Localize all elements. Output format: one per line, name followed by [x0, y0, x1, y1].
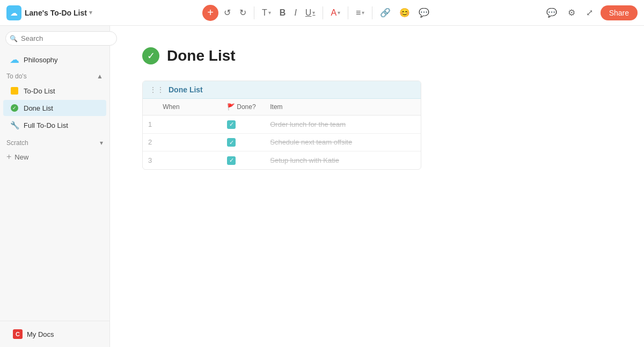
divider-4: [372, 6, 372, 19]
scratch-section: Scratch ▾ + New: [0, 134, 109, 166]
row-num-3: 3: [143, 151, 157, 169]
scratch-header[interactable]: Scratch ▾: [0, 136, 109, 150]
sidebar-item-donelist[interactable]: ✓ Done List: [3, 100, 106, 116]
emoji-button[interactable]: 😊: [396, 5, 413, 20]
donelist-label: Done List: [24, 104, 53, 112]
row-item-1: Order lunch for the team: [265, 115, 421, 134]
divider-2: [323, 6, 323, 19]
color-button[interactable]: A ▾: [327, 6, 343, 20]
search-input[interactable]: [5, 31, 117, 46]
row-done-3[interactable]: ✓: [222, 151, 265, 169]
sidebar: 🔍 « ☁ Philosophy To do's ▲ To-Do List ✓: [0, 26, 110, 347]
comments-button[interactable]: 💬: [543, 5, 560, 20]
table-header: When 🚩 Done? Item: [143, 99, 421, 115]
align-button[interactable]: ≡ ▾: [353, 6, 368, 20]
comment-inline-button[interactable]: 💬: [415, 5, 433, 20]
toolbar-center: + ↺ ↻ T ▾ B I U ▾ A ▾ ≡ ▾ 🔗 😊 💬: [97, 5, 539, 21]
table-row: 2 ✓ Schedule next team offsite: [143, 133, 421, 151]
table-container: ⋮⋮ Done List When 🚩 Done?: [142, 81, 421, 170]
fulltodolist-label: Full To-Do List: [24, 121, 68, 129]
drag-handle-icon[interactable]: ⋮⋮: [149, 85, 164, 94]
row-done-1[interactable]: ✓: [222, 115, 265, 134]
sidebar-item-fulltodolist[interactable]: 🔧 Full To-Do List: [3, 117, 106, 133]
underline-button[interactable]: U ▾: [302, 6, 319, 20]
col-done-header: 🚩 Done?: [222, 99, 265, 115]
italic-button[interactable]: I: [291, 6, 299, 20]
todos-section-header: To do's ▲: [0, 68, 109, 82]
main-layout: 🔍 « ☁ Philosophy To do's ▲ To-Do List ✓: [0, 26, 644, 347]
fulltodo-icon: 🔧: [10, 120, 19, 130]
done-table: When 🚩 Done? Item: [143, 99, 421, 169]
scratch-section-label: Scratch: [6, 139, 28, 147]
table-row: 3 ✓ Setup lunch with Katie: [143, 151, 421, 169]
row-when-2: [157, 133, 222, 151]
donelist-icon: ✓: [10, 103, 19, 113]
cloud-icon: ☁: [10, 9, 18, 17]
page-title-row: ✓ Done List: [142, 47, 612, 64]
toolbar-right: 💬 ⚙ ⤢ Share: [543, 5, 638, 20]
expand-button[interactable]: ⤢: [583, 5, 596, 20]
page-title: Done List: [167, 47, 236, 64]
sidebar-item-todolist[interactable]: To-Do List: [3, 83, 106, 99]
add-button[interactable]: +: [202, 5, 218, 21]
page-done-check-icon: ✓: [142, 47, 159, 64]
done-checkbox-3[interactable]: ✓: [227, 156, 236, 165]
todos-toggle-button[interactable]: ▲: [97, 73, 103, 80]
workspace-label: Lane's To-Do List: [25, 9, 87, 17]
toolbar-left: ☁ Lane's To-Do List ▾: [6, 5, 92, 20]
mydocs-label: My Docs: [27, 330, 54, 338]
row-when-1: [157, 115, 222, 134]
row-item-2: Schedule next team offsite: [265, 133, 421, 151]
content-area: ✓ Done List ⋮⋮ Done List When: [110, 26, 644, 347]
philosophy-icon: ☁: [10, 55, 19, 64]
flag-icon: 🚩: [227, 103, 235, 111]
redo-button[interactable]: ↻: [236, 5, 250, 20]
link-button[interactable]: 🔗: [377, 5, 394, 20]
todos-section-label: To do's: [6, 73, 27, 80]
row-item-3: Setup lunch with Katie: [265, 151, 421, 169]
todolist-label: To-Do List: [24, 87, 55, 95]
new-label: New: [14, 153, 28, 161]
philosophy-label: Philosophy: [24, 56, 58, 64]
divider-3: [348, 6, 348, 19]
workspace-icon: ☁: [6, 5, 21, 20]
chevron-down-icon: ▾: [89, 9, 92, 16]
row-done-2[interactable]: ✓: [222, 133, 265, 151]
table-row: 1 ✓ Order lunch for the team: [143, 115, 421, 134]
scratch-toggle-button[interactable]: ▾: [100, 139, 103, 147]
table-title: Done List: [169, 85, 203, 94]
table-header-row: ⋮⋮ Done List: [143, 81, 421, 99]
text-button[interactable]: T ▾: [259, 6, 274, 20]
mydocs-icon: C: [13, 329, 23, 339]
undo-button[interactable]: ↺: [221, 5, 234, 20]
col-when-header: When: [157, 99, 222, 115]
sidebar-item-philosophy[interactable]: ☁ Philosophy: [3, 52, 106, 68]
col-num-header: [143, 99, 157, 115]
todolist-icon: [10, 86, 19, 96]
sidebar-bottom: C My Docs: [0, 321, 109, 347]
done-checkbox-2[interactable]: ✓: [227, 138, 236, 147]
sidebar-search-area: 🔍 «: [0, 26, 109, 51]
done-checkbox-1[interactable]: ✓: [227, 120, 236, 129]
sidebar-item-mydocs[interactable]: C My Docs: [6, 326, 103, 342]
share-button[interactable]: Share: [601, 5, 638, 20]
scratch-new-item[interactable]: + New: [0, 150, 109, 164]
search-icon: 🔍: [10, 35, 18, 42]
plus-icon: +: [6, 153, 11, 161]
row-num-2: 2: [143, 133, 157, 151]
search-wrapper: 🔍: [5, 31, 117, 46]
toolbar: ☁ Lane's To-Do List ▾ + ↺ ↻ T ▾ B I U ▾ …: [0, 0, 644, 26]
settings-button[interactable]: ⚙: [565, 5, 579, 20]
row-num-1: 1: [143, 115, 157, 134]
workspace-title[interactable]: Lane's To-Do List ▾: [25, 9, 92, 17]
row-when-3: [157, 151, 222, 169]
bold-button[interactable]: B: [276, 6, 289, 20]
divider-1: [254, 6, 254, 19]
col-item-header: Item: [265, 99, 421, 115]
